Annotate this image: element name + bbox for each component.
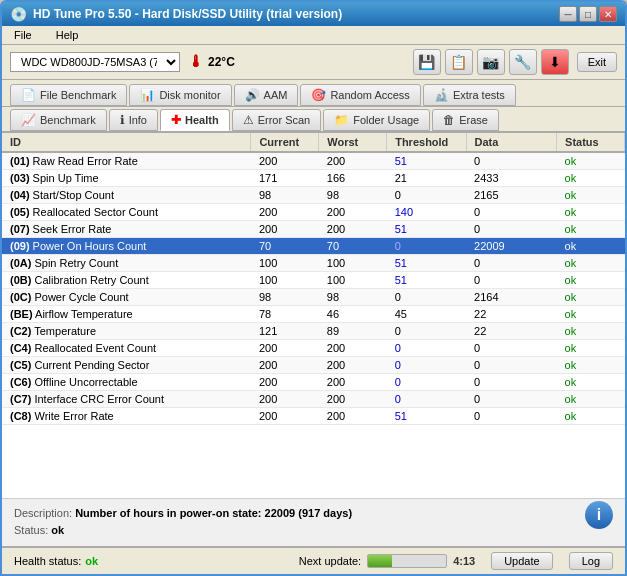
cell-data: 0: [466, 272, 557, 289]
benchmark-icon: 📈: [21, 113, 36, 127]
tab-folder-usage[interactable]: 📁 Folder Usage: [323, 109, 430, 131]
cell-id: (C7) Interface CRC Error Count: [2, 391, 251, 408]
cell-id: (0B) Calibration Retry Count: [2, 272, 251, 289]
cell-threshold: 0: [387, 187, 466, 204]
col-header-worst: Worst: [319, 133, 387, 152]
extra-tests-icon: 🔬: [434, 88, 449, 102]
wrench-icon[interactable]: 🔧: [509, 49, 537, 75]
update-time: 4:13: [453, 555, 475, 567]
table-row: (07) Seek Error Rate 200 200 51 0 ok: [2, 221, 625, 238]
cell-current: 98: [251, 289, 319, 306]
exit-button[interactable]: Exit: [577, 52, 617, 72]
description-value: Number of hours in power-on state: 22009…: [75, 507, 352, 519]
disk-monitor-icon: 📊: [140, 88, 155, 102]
table-row: (05) Reallocated Sector Count 200 200 14…: [2, 204, 625, 221]
health-table-container: ID Current Worst Threshold Data Status (…: [2, 133, 625, 498]
status-value: ok: [51, 524, 64, 536]
col-header-current: Current: [251, 133, 319, 152]
cell-worst: 98: [319, 289, 387, 306]
tab-error-scan[interactable]: ⚠ Error Scan: [232, 109, 322, 131]
tab-extra-tests-label: Extra tests: [453, 89, 505, 101]
tab-extra-tests[interactable]: 🔬 Extra tests: [423, 84, 516, 106]
update-section: Next update: 4:13: [299, 554, 475, 568]
menu-file[interactable]: File: [10, 28, 36, 42]
cell-worst: 98: [319, 187, 387, 204]
cell-current: 200: [251, 340, 319, 357]
tab-aam[interactable]: 🔊 AAM: [234, 84, 299, 106]
cell-worst: 100: [319, 272, 387, 289]
copy-icon[interactable]: 📋: [445, 49, 473, 75]
toolbar-icons: 💾 📋 📷 🔧 ⬇: [413, 49, 569, 75]
cell-threshold: 51: [387, 221, 466, 238]
description-label: Description:: [14, 507, 72, 519]
cell-current: 121: [251, 323, 319, 340]
info-button[interactable]: i: [585, 501, 613, 529]
file-benchmark-icon: 📄: [21, 88, 36, 102]
cell-current: 100: [251, 272, 319, 289]
tab-file-benchmark[interactable]: 📄 File Benchmark: [10, 84, 127, 106]
cell-id: (09) Power On Hours Count: [2, 238, 251, 255]
cell-threshold: 51: [387, 152, 466, 170]
title-bar-left: 💿 HD Tune Pro 5.50 - Hard Disk/SSD Utili…: [10, 6, 342, 22]
cell-data: 2433: [466, 170, 557, 187]
update-button[interactable]: Update: [491, 552, 552, 570]
table-row: (09) Power On Hours Count 70 70 0 22009 …: [2, 238, 625, 255]
cell-data: 22009: [466, 238, 557, 255]
cell-id: (C2) Temperature: [2, 323, 251, 340]
minimize-button[interactable]: ─: [559, 6, 577, 22]
camera-icon[interactable]: 📷: [477, 49, 505, 75]
log-button[interactable]: Log: [569, 552, 613, 570]
cell-worst: 200: [319, 357, 387, 374]
cell-worst: 200: [319, 391, 387, 408]
table-row: (BE) Airflow Temperature 78 46 45 22 ok: [2, 306, 625, 323]
cell-threshold: 0: [387, 289, 466, 306]
cell-status: ok: [557, 204, 625, 221]
cell-data: 22: [466, 306, 557, 323]
erase-icon: 🗑: [443, 113, 455, 127]
status-label: Status:: [14, 524, 48, 536]
tab-erase[interactable]: 🗑 Erase: [432, 109, 499, 131]
menu-help[interactable]: Help: [52, 28, 83, 42]
tab-info[interactable]: ℹ Info: [109, 109, 158, 131]
info-tab-icon: ℹ: [120, 113, 125, 127]
main-window: 💿 HD Tune Pro 5.50 - Hard Disk/SSD Utili…: [0, 0, 627, 576]
table-row: (C5) Current Pending Sector 200 200 0 0 …: [2, 357, 625, 374]
cell-worst: 46: [319, 306, 387, 323]
cell-id: (03) Spin Up Time: [2, 170, 251, 187]
tab-benchmark[interactable]: 📈 Benchmark: [10, 109, 107, 131]
tab-file-benchmark-label: File Benchmark: [40, 89, 116, 101]
cell-data: 22: [466, 323, 557, 340]
cell-id: (BE) Airflow Temperature: [2, 306, 251, 323]
save-icon[interactable]: 💾: [413, 49, 441, 75]
cell-status: ok: [557, 323, 625, 340]
cell-current: 200: [251, 152, 319, 170]
health-icon: ✚: [171, 113, 181, 127]
cell-data: 0: [466, 152, 557, 170]
drive-selector[interactable]: WDC WD800JD-75MSA3 (79 gB): [10, 52, 180, 72]
close-button[interactable]: ✕: [599, 6, 617, 22]
cell-threshold: 51: [387, 255, 466, 272]
tabs-row-1: 📄 File Benchmark 📊 Disk monitor 🔊 AAM 🎯 …: [2, 80, 625, 107]
download-icon[interactable]: ⬇: [541, 49, 569, 75]
cell-current: 78: [251, 306, 319, 323]
tab-random-access[interactable]: 🎯 Random Access: [300, 84, 420, 106]
title-controls: ─ □ ✕: [559, 6, 617, 22]
cell-threshold: 45: [387, 306, 466, 323]
cell-data: 0: [466, 221, 557, 238]
health-status-section: Health status: ok: [14, 555, 98, 567]
toolbar: WDC WD800JD-75MSA3 (79 gB) 🌡 22°C 💾 📋 📷 …: [2, 45, 625, 80]
cell-worst: 89: [319, 323, 387, 340]
table-row: (C2) Temperature 121 89 0 22 ok: [2, 323, 625, 340]
cell-status: ok: [557, 289, 625, 306]
cell-id: (07) Seek Error Rate: [2, 221, 251, 238]
cell-status: ok: [557, 238, 625, 255]
cell-id: (0A) Spin Retry Count: [2, 255, 251, 272]
tab-disk-monitor[interactable]: 📊 Disk monitor: [129, 84, 231, 106]
maximize-button[interactable]: □: [579, 6, 597, 22]
table-row: (C4) Reallocated Event Count 200 200 0 0…: [2, 340, 625, 357]
cell-worst: 200: [319, 408, 387, 425]
random-access-icon: 🎯: [311, 88, 326, 102]
table-row: (01) Raw Read Error Rate 200 200 51 0 ok: [2, 152, 625, 170]
tab-health[interactable]: ✚ Health: [160, 109, 230, 131]
cell-threshold: 0: [387, 340, 466, 357]
